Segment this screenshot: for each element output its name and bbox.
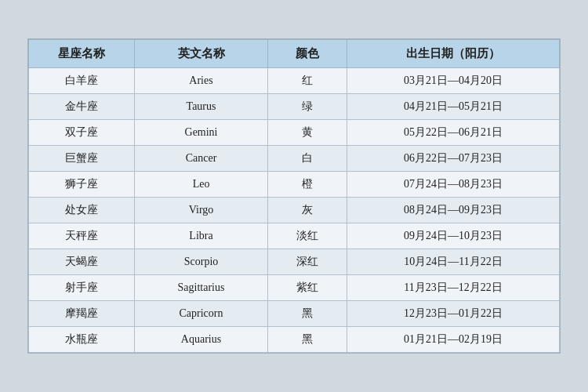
cell-date: 12月23日—01月22日 xyxy=(347,301,560,327)
cell-chinese: 狮子座 xyxy=(29,172,135,198)
cell-english: Aries xyxy=(135,68,267,94)
cell-chinese: 巨蟹座 xyxy=(29,146,135,172)
cell-chinese: 金牛座 xyxy=(29,94,135,120)
cell-date: 06月22日—07月23日 xyxy=(347,146,560,172)
cell-color: 橙 xyxy=(267,172,347,198)
cell-english: Virgo xyxy=(135,198,267,223)
table-row: 双子座Gemini黄05月22日—06月21日 xyxy=(29,120,560,146)
cell-color: 紫红 xyxy=(267,275,347,301)
cell-chinese: 天蝎座 xyxy=(29,249,135,275)
zodiac-table-container: 星座名称 英文名称 颜色 出生日期（阳历） 白羊座Aries红03月21日—04… xyxy=(27,38,561,354)
cell-date: 11月23日—12月22日 xyxy=(347,275,560,301)
cell-english: Aquarius xyxy=(135,327,267,353)
cell-chinese: 白羊座 xyxy=(29,68,135,94)
cell-chinese: 天秤座 xyxy=(29,223,135,249)
cell-color: 白 xyxy=(267,146,347,172)
cell-date: 01月21日—02月19日 xyxy=(347,327,560,353)
cell-color: 绿 xyxy=(267,94,347,120)
cell-chinese: 水瓶座 xyxy=(29,327,135,353)
table-row: 白羊座Aries红03月21日—04月20日 xyxy=(29,68,560,94)
table-row: 狮子座Leo橙07月24日—08月23日 xyxy=(29,172,560,198)
cell-date: 08月24日—09月23日 xyxy=(347,198,560,223)
cell-color: 黑 xyxy=(267,327,347,353)
cell-english: Libra xyxy=(135,223,267,249)
cell-chinese: 摩羯座 xyxy=(29,301,135,327)
cell-chinese: 射手座 xyxy=(29,275,135,301)
cell-color: 黄 xyxy=(267,120,347,146)
cell-english: Leo xyxy=(135,172,267,198)
table-row: 水瓶座Aquarius黑01月21日—02月19日 xyxy=(29,327,560,353)
cell-color: 红 xyxy=(267,68,347,94)
header-color: 颜色 xyxy=(267,40,347,68)
cell-english: Gemini xyxy=(135,120,267,146)
cell-date: 10月24日—11月22日 xyxy=(347,249,560,275)
cell-date: 09月24日—10月23日 xyxy=(347,223,560,249)
zodiac-table: 星座名称 英文名称 颜色 出生日期（阳历） 白羊座Aries红03月21日—04… xyxy=(28,39,560,353)
cell-color: 灰 xyxy=(267,198,347,223)
cell-date: 03月21日—04月20日 xyxy=(347,68,560,94)
cell-chinese: 双子座 xyxy=(29,120,135,146)
table-row: 处女座Virgo灰08月24日—09月23日 xyxy=(29,198,560,223)
table-row: 摩羯座Capricorn黑12月23日—01月22日 xyxy=(29,301,560,327)
cell-date: 07月24日—08月23日 xyxy=(347,172,560,198)
table-row: 天秤座Libra淡红09月24日—10月23日 xyxy=(29,223,560,249)
cell-english: Capricorn xyxy=(135,301,267,327)
cell-color: 黑 xyxy=(267,301,347,327)
cell-english: Scorpio xyxy=(135,249,267,275)
cell-color: 淡红 xyxy=(267,223,347,249)
table-row: 巨蟹座Cancer白06月22日—07月23日 xyxy=(29,146,560,172)
header-date: 出生日期（阳历） xyxy=(347,40,560,68)
table-header-row: 星座名称 英文名称 颜色 出生日期（阳历） xyxy=(29,40,560,68)
table-row: 射手座Sagittarius紫红11月23日—12月22日 xyxy=(29,275,560,301)
cell-date: 05月22日—06月21日 xyxy=(347,120,560,146)
header-chinese: 星座名称 xyxy=(29,40,135,68)
cell-date: 04月21日—05月21日 xyxy=(347,94,560,120)
header-english: 英文名称 xyxy=(135,40,267,68)
table-row: 天蝎座Scorpio深红10月24日—11月22日 xyxy=(29,249,560,275)
table-row: 金牛座Taurus绿04月21日—05月21日 xyxy=(29,94,560,120)
cell-english: Cancer xyxy=(135,146,267,172)
cell-chinese: 处女座 xyxy=(29,198,135,223)
cell-english: Taurus xyxy=(135,94,267,120)
cell-english: Sagittarius xyxy=(135,275,267,301)
cell-color: 深红 xyxy=(267,249,347,275)
